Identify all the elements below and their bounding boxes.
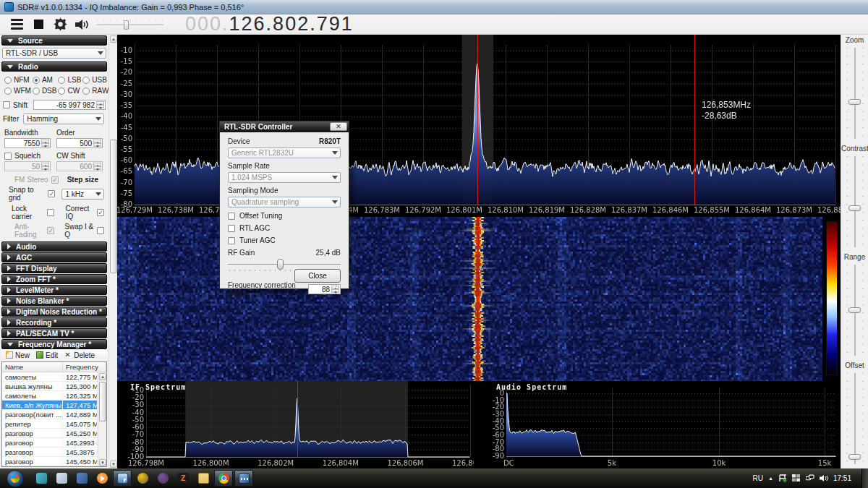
anti-fading-checkbox[interactable]: ✓ xyxy=(47,227,54,234)
scroll-down-button[interactable]: ▼ xyxy=(110,461,117,468)
spinner-arrows[interactable] xyxy=(93,140,101,147)
squelch-input[interactable]: 50 xyxy=(4,161,51,171)
mode-option-lsb[interactable]: LSB xyxy=(58,76,81,84)
mode-option-wfm[interactable]: WFM xyxy=(4,87,31,95)
panel-radio[interactable]: Radio xyxy=(1,61,107,72)
spinner-arrows[interactable] xyxy=(96,101,104,108)
spinner-arrows[interactable] xyxy=(331,286,339,293)
scroll-thumb[interactable] xyxy=(110,140,117,273)
radio-button[interactable] xyxy=(33,77,40,84)
panel-recording[interactable]: Recording * xyxy=(1,317,107,328)
mode-option-raw[interactable]: RAW xyxy=(82,87,109,95)
dialog-titlebar[interactable]: RTL-SDR Controller ✕ xyxy=(220,121,349,132)
table-row[interactable]: разговор145,450 MHz xyxy=(2,457,98,466)
squelch-checkbox[interactable] xyxy=(4,153,12,160)
shift-checkbox[interactable] xyxy=(3,101,10,108)
spinner-arrows[interactable] xyxy=(41,163,49,170)
taskbar-icon-messenger[interactable] xyxy=(32,470,51,487)
mode-option-nfm[interactable]: NFM xyxy=(4,76,31,84)
correct-iq-checkbox[interactable]: ✓ xyxy=(97,209,104,216)
rtl-agc-checkbox[interactable] xyxy=(228,225,235,232)
sidebar-scrollbar[interactable]: ▲ ▼ xyxy=(109,35,117,468)
fm-stereo-checkbox[interactable]: ✓ xyxy=(51,176,59,184)
radio-button[interactable] xyxy=(82,87,90,95)
volume-slider[interactable] xyxy=(97,19,163,30)
mode-option-cw[interactable]: CW xyxy=(58,87,81,95)
radio-button[interactable] xyxy=(4,87,12,95)
column-header-frequency[interactable]: Frequency xyxy=(63,362,106,372)
taskbar-icon-sdrsharp[interactable] xyxy=(234,470,253,487)
filter-select[interactable]: Hamming xyxy=(23,114,104,124)
panel-fft-display[interactable]: FFT Display xyxy=(1,263,107,273)
stop-button[interactable] xyxy=(29,16,48,33)
table-row[interactable]: самолеты122,775 MHz xyxy=(2,372,98,382)
taskbar-icon-viber[interactable] xyxy=(153,470,172,487)
edit-entry-button[interactable]: Edit xyxy=(34,351,60,359)
mode-option-am[interactable]: AM xyxy=(33,76,57,84)
taskbar-icon-image-viewer[interactable] xyxy=(113,470,132,487)
table-row[interactable]: разговор145,2993 MHz xyxy=(2,438,98,448)
radio-button[interactable] xyxy=(82,77,90,84)
table-row[interactable]: разговор145,3875 MHz xyxy=(2,448,98,457)
volume-tray-icon[interactable] xyxy=(820,474,828,482)
table-scrollbar[interactable]: ▲▼ xyxy=(98,372,106,467)
spinner-arrows[interactable] xyxy=(93,163,101,170)
table-row[interactable]: разговор(ловит ...142,889 MHz xyxy=(2,410,98,419)
clock[interactable]: 17:51 xyxy=(833,474,851,482)
table-row[interactable]: разговор145,250 MHz xyxy=(2,429,98,438)
close-button[interactable]: Close xyxy=(294,269,341,283)
sampling-mode-select[interactable]: Quadrature sampling xyxy=(228,197,341,207)
volume-thumb[interactable] xyxy=(124,20,129,30)
tuner-agc-checkbox[interactable] xyxy=(228,237,235,244)
new-entry-button[interactable]: New xyxy=(4,351,32,359)
panel-agc[interactable]: AGC xyxy=(1,252,107,262)
mode-option-dsb[interactable]: DSB xyxy=(33,87,57,95)
panel-noise-blanker[interactable]: Noise Blanker * xyxy=(1,296,107,306)
slider-thumb[interactable] xyxy=(848,205,861,211)
swap-iq-checkbox[interactable] xyxy=(97,227,104,234)
panel-source[interactable]: Source xyxy=(1,35,107,46)
spinner-arrows[interactable] xyxy=(41,140,49,147)
sample-rate-select[interactable]: 1.024 MSPS xyxy=(228,172,341,183)
window-titlebar[interactable]: SDR# v1.0.0.1334 - IQ Imbalance: Gain = … xyxy=(0,0,868,14)
table-row[interactable]: самолеты126,325 MHz xyxy=(2,391,98,401)
rf-gain-thumb[interactable] xyxy=(277,259,284,270)
taskbar-icon-media-app[interactable] xyxy=(72,470,91,487)
bandwidth-input[interactable]: 7550 xyxy=(4,138,51,148)
show-desktop-button[interactable] xyxy=(861,468,868,488)
taskbar-icon-chrome[interactable] xyxy=(214,470,233,487)
source-device-select[interactable]: RTL-SDR / USB xyxy=(2,48,106,59)
table-scroll-down[interactable]: ▼ xyxy=(99,459,106,466)
language-indicator[interactable]: RU xyxy=(753,474,763,482)
step-size-select[interactable]: 1 kHz xyxy=(61,189,104,200)
mode-option-usb[interactable]: USB xyxy=(82,76,109,84)
cw-shift-input[interactable]: 600 xyxy=(56,161,103,171)
taskbar-icon-app-window[interactable] xyxy=(52,470,71,487)
lock-carrier-checkbox[interactable] xyxy=(47,209,54,216)
hidden-icons-arrow[interactable]: ▲ xyxy=(768,476,773,481)
freq-correction-input[interactable]: 88 xyxy=(308,284,341,294)
panel-zoom-fft[interactable]: Zoom FFT * xyxy=(1,274,107,284)
taskbar-icon-icq[interactable] xyxy=(133,470,152,487)
table-scroll-thumb[interactable] xyxy=(99,382,106,421)
taskbar-icon-media-player[interactable] xyxy=(93,470,111,487)
taskbar-icon-zona[interactable]: Z xyxy=(174,470,192,487)
audio-button[interactable] xyxy=(72,16,91,33)
radio-button[interactable] xyxy=(58,87,65,95)
menu-button[interactable] xyxy=(7,16,26,33)
slider-thumb[interactable] xyxy=(848,99,861,105)
panel-levelmeter[interactable]: LevelMeter * xyxy=(1,285,107,295)
start-button[interactable] xyxy=(4,470,26,487)
offset-tuning-checkbox[interactable] xyxy=(228,213,235,220)
slider-thumb[interactable] xyxy=(848,454,861,460)
audio-spectrum-canvas[interactable] xyxy=(483,381,841,468)
network-icon[interactable] xyxy=(806,474,814,482)
table-scroll-up[interactable]: ▲ xyxy=(99,373,106,380)
app-tray-icon[interactable] xyxy=(792,474,801,482)
radio-button[interactable] xyxy=(58,77,65,84)
panel-audio[interactable]: Audio xyxy=(1,241,107,252)
action-center-icon[interactable] xyxy=(778,474,787,482)
squelch-toggle[interactable]: Squelch xyxy=(4,152,56,160)
shift-input[interactable]: -65 997 982 xyxy=(33,100,106,110)
panel-pal-secam-tv[interactable]: PAL/SECAM TV * xyxy=(1,328,107,338)
